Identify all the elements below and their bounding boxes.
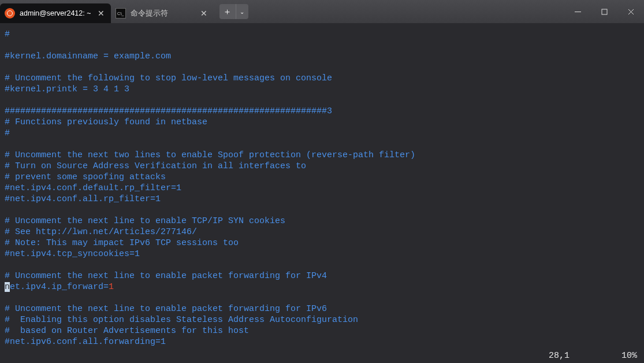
vim-status-bar: 28,1 10% [549, 351, 637, 361]
file-line: # Uncomment the next line to enable TCP/… [5, 216, 285, 226]
cmd-icon: C:\_ [116, 8, 126, 18]
maximize-button[interactable] [591, 0, 617, 23]
close-icon[interactable]: ✕ [96, 8, 106, 18]
title-bar: admin@server2412: ~ ✕ C:\_ 命令提示符 ✕ ＋ ⌄ [0, 0, 644, 23]
cursor-position: 28,1 [549, 351, 569, 361]
file-line: #net.ipv4.tcp_syncookies=1 [5, 249, 140, 259]
file-line: # Functions previously found in netbase [5, 117, 207, 127]
file-line: #kernel.domainname = example.com [5, 51, 171, 61]
config-value: 1 [109, 282, 114, 292]
terminal-viewport[interactable]: # #kernel.domainname = example.com # Unc… [0, 23, 644, 363]
file-line: # Uncomment the following to stop low-le… [5, 73, 332, 83]
file-line: # Turn on Source Address Verification in… [5, 161, 306, 171]
file-line: ########################################… [5, 106, 332, 116]
ubuntu-icon [5, 8, 15, 18]
file-line: # Uncomment the next line to enable pack… [5, 271, 327, 281]
svg-rect-1 [602, 9, 607, 14]
tab-title: 命令提示符 [131, 9, 194, 18]
active-config-line: net.ipv4.ip_forward=1 [5, 282, 114, 292]
file-line: # based on Router Advertisements for thi… [5, 326, 249, 336]
file-line: #net.ipv4.conf.all.rp_filter=1 [5, 194, 161, 204]
tab-title: admin@server2412: ~ [20, 9, 91, 17]
file-line: # [5, 29, 10, 39]
file-line: # Uncomment the next line to enable pack… [5, 304, 327, 314]
window-controls [564, 0, 644, 23]
file-line: # See http://lwn.net/Articles/277146/ [5, 227, 197, 237]
file-line: # Note: This may impact IPv6 TCP session… [5, 238, 239, 248]
config-text: et.ipv4.ip_forward [10, 282, 103, 292]
new-tab-group: ＋ ⌄ [219, 4, 248, 19]
equals-sign: = [103, 282, 109, 292]
tab-ubuntu-terminal[interactable]: admin@server2412: ~ ✕ [0, 3, 111, 23]
close-icon[interactable]: ✕ [199, 8, 209, 18]
cursor: n [5, 282, 10, 292]
file-line: # Enabling this option disables Stateles… [5, 315, 358, 325]
tabs-container: admin@server2412: ~ ✕ C:\_ 命令提示符 ✕ ＋ ⌄ [0, 0, 564, 23]
minimize-button[interactable] [564, 0, 591, 23]
close-button[interactable] [617, 0, 644, 23]
new-tab-button[interactable]: ＋ [219, 4, 236, 19]
file-line: #net.ipv4.conf.default.rp_filter=1 [5, 183, 181, 193]
file-line: #kernel.printk = 3 4 1 3 [5, 84, 129, 94]
file-line: #net.ipv6.conf.all.forwarding=1 [5, 337, 166, 347]
file-line: # prevent some spoofing attacks [5, 172, 166, 182]
scroll-percent: 10% [621, 351, 637, 361]
tab-cmd-prompt[interactable]: C:\_ 命令提示符 ✕ [111, 3, 214, 23]
file-line: # Uncomment the next two lines to enable… [5, 150, 415, 160]
file-line: # [5, 128, 10, 138]
new-tab-dropdown[interactable]: ⌄ [236, 4, 248, 19]
